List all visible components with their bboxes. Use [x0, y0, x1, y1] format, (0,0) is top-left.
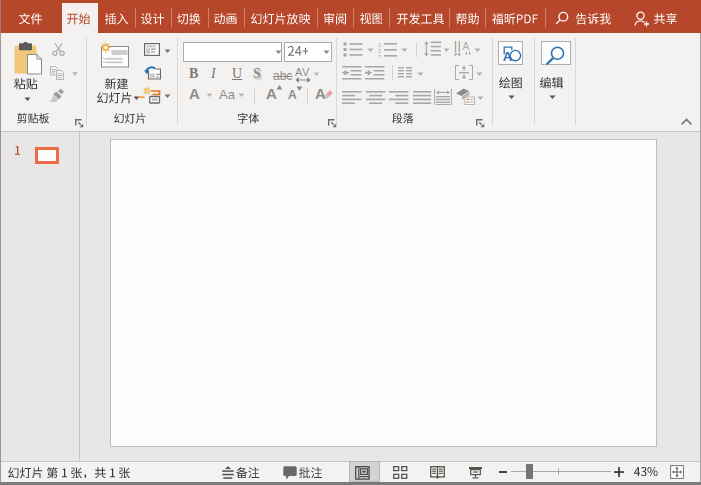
svg-text:A: A — [503, 49, 513, 63]
svg-text:A: A — [462, 41, 469, 52]
svg-text:3: 3 — [378, 53, 382, 58]
